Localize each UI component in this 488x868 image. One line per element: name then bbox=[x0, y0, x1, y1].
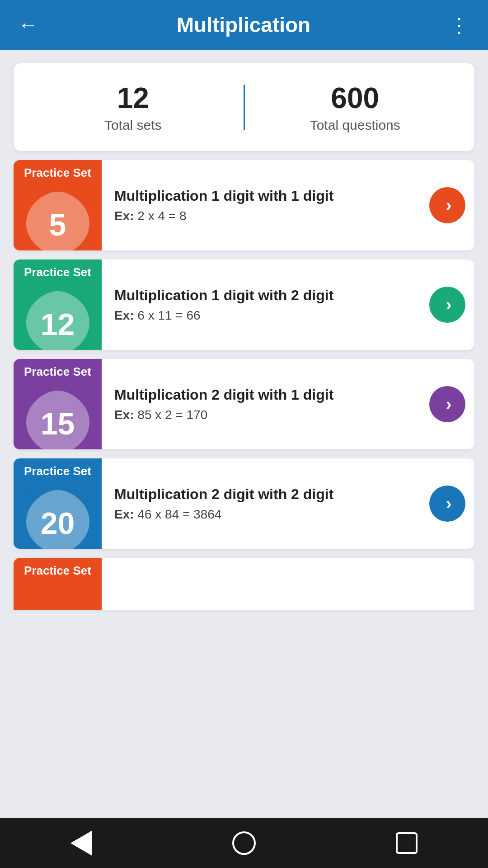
nav-recents-button[interactable] bbox=[393, 830, 420, 857]
set-title-3: Multiplication 2 digit with 1 digit bbox=[114, 387, 417, 403]
set-badge-number-2: 12 bbox=[14, 307, 102, 342]
set-badge-label-4: Practice Set bbox=[24, 465, 91, 478]
nav-bar bbox=[0, 818, 488, 868]
chevron-right-icon-2: › bbox=[446, 295, 452, 315]
set-card-5-partial[interactable]: Practice Set bbox=[14, 558, 474, 610]
set-title-1: Multiplication 1 digit with 1 digit bbox=[114, 188, 417, 204]
page-title: Multiplication bbox=[177, 13, 310, 37]
set-title-4: Multiplication 2 digit with 2 digit bbox=[114, 486, 417, 503]
chevron-right-icon-1: › bbox=[446, 196, 452, 215]
set-example-2: Ex: 6 x 11 = 66 bbox=[114, 308, 417, 323]
total-questions-block: 600 Total questions bbox=[258, 81, 452, 133]
total-sets-number: 12 bbox=[36, 81, 230, 115]
sets-list: Practice Set 5 Multiplication 1 digit wi… bbox=[0, 160, 488, 818]
total-sets-block: 12 Total sets bbox=[36, 81, 230, 133]
back-button[interactable]: ← bbox=[18, 14, 38, 36]
set-example-4: Ex: 46 x 84 = 3864 bbox=[114, 507, 417, 522]
nav-back-button[interactable] bbox=[68, 830, 95, 857]
set-arrow-2[interactable]: › bbox=[429, 287, 465, 323]
home-nav-icon bbox=[232, 831, 256, 855]
chevron-right-icon-3: › bbox=[446, 395, 452, 414]
set-badge-4: Practice Set 20 bbox=[14, 458, 102, 549]
back-nav-icon bbox=[70, 830, 92, 856]
stats-card: 12 Total sets 600 Total questions bbox=[14, 63, 474, 151]
set-info-4: Multiplication 2 digit with 2 digit Ex: … bbox=[102, 486, 429, 522]
header: ← Multiplication ⋮ bbox=[0, 0, 488, 50]
set-info-2: Multiplication 1 digit with 2 digit Ex: … bbox=[102, 287, 429, 323]
set-badge-1: Practice Set 5 bbox=[14, 160, 102, 250]
set-card-3[interactable]: Practice Set 15 Multiplication 2 digit w… bbox=[14, 359, 474, 449]
set-arrow-1[interactable]: › bbox=[429, 187, 465, 223]
total-questions-label: Total questions bbox=[258, 118, 452, 133]
set-badge-label-3: Practice Set bbox=[24, 365, 91, 378]
set-info-1: Multiplication 1 digit with 1 digit Ex: … bbox=[102, 188, 429, 223]
set-badge-number-1: 5 bbox=[14, 207, 102, 242]
total-sets-label: Total sets bbox=[36, 118, 230, 133]
set-arrow-4[interactable]: › bbox=[429, 486, 465, 522]
total-questions-number: 600 bbox=[258, 81, 452, 115]
set-card-1[interactable]: Practice Set 5 Multiplication 1 digit wi… bbox=[14, 160, 474, 250]
chevron-right-icon-4: › bbox=[446, 494, 452, 514]
set-card-4[interactable]: Practice Set 20 Multiplication 2 digit w… bbox=[14, 458, 474, 549]
set-badge-number-4: 20 bbox=[14, 505, 102, 541]
nav-home-button[interactable] bbox=[230, 830, 258, 857]
recents-nav-icon bbox=[396, 832, 418, 854]
set-badge-3: Practice Set 15 bbox=[14, 359, 102, 449]
menu-button[interactable]: ⋮ bbox=[449, 14, 470, 37]
set-example-1: Ex: 2 x 4 = 8 bbox=[114, 209, 417, 223]
set-badge-number-3: 15 bbox=[14, 406, 102, 441]
set-title-2: Multiplication 1 digit with 2 digit bbox=[114, 287, 417, 304]
set-badge-5: Practice Set bbox=[14, 558, 102, 610]
set-arrow-3[interactable]: › bbox=[429, 386, 465, 422]
set-card-2[interactable]: Practice Set 12 Multiplication 1 digit w… bbox=[14, 259, 474, 350]
set-badge-label-1: Practice Set bbox=[24, 166, 91, 179]
stat-divider bbox=[244, 85, 245, 130]
set-example-3: Ex: 85 x 2 = 170 bbox=[114, 408, 417, 422]
set-badge-2: Practice Set 12 bbox=[14, 259, 102, 350]
set-info-3: Multiplication 2 digit with 1 digit Ex: … bbox=[102, 387, 429, 422]
set-badge-label-2: Practice Set bbox=[24, 266, 91, 279]
set-badge-label-5: Practice Set bbox=[24, 564, 91, 577]
